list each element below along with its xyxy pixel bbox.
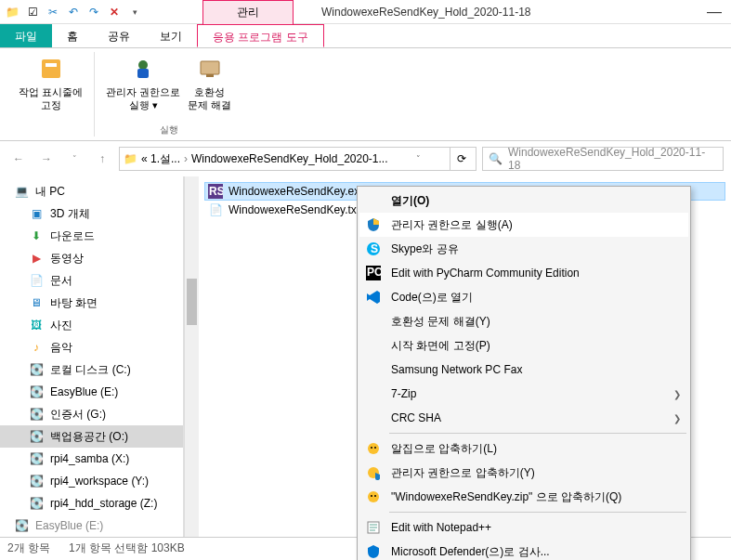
tree-this-pc[interactable]: 💻내 PC: [0, 180, 183, 202]
notepadpp-icon: [363, 518, 384, 537]
menu-vscode[interactable]: Code(으)로 열기: [359, 285, 688, 309]
tree-pictures[interactable]: 🖼사진: [0, 314, 183, 336]
tree-rpi4-workspace[interactable]: 💽rpi4_workspace (Y:): [0, 470, 183, 492]
undo-icon[interactable]: ↶: [65, 4, 82, 20]
compat-icon: [195, 54, 225, 84]
address-bar[interactable]: 📁 « 1.설... › WindowexeReSendKey_Hold_202…: [119, 147, 476, 171]
ribbon-content: 작업 표시줄에 고정 관리자 권한으로 실행 ▾ 호환성 문제 해결 실행: [0, 48, 731, 141]
txt-icon: 📄: [208, 202, 223, 217]
compat-button[interactable]: 호환성 문제 해결: [184, 52, 235, 114]
refresh-button[interactable]: ⟳: [450, 148, 472, 170]
menu-compat[interactable]: 호환성 문제 해결(Y): [359, 309, 688, 333]
svg-text:S: S: [371, 242, 378, 255]
menu-open[interactable]: 열기(O): [359, 189, 688, 213]
desktop-icon: 🖥: [28, 294, 45, 311]
alzip-icon: [363, 439, 384, 458]
ribbon-group-run: 관리자 권한으로 실행 ▾ 호환성 문제 해결 실행: [95, 52, 242, 137]
tree-downloads[interactable]: ⬇다운로드: [0, 225, 183, 247]
tree-videos[interactable]: ▶동영상: [0, 247, 183, 269]
alzip-admin-icon: [363, 463, 384, 482]
svg-rect-3: [137, 69, 149, 78]
tree-3d-objects[interactable]: ▣3D 개체: [0, 202, 183, 225]
forward-button[interactable]: →: [35, 148, 58, 170]
admin-shield-icon: [128, 54, 158, 84]
svg-point-12: [368, 443, 379, 454]
folder-icon: 📁: [124, 152, 137, 165]
svg-text:PC: PC: [367, 266, 381, 279]
minimize-button[interactable]: —: [707, 4, 731, 20]
title-bar: 📁 ☑ ✂ ↶ ↷ ✕ ▾ 관리 WindowexeReSendKey_Hold…: [0, 0, 731, 24]
ribbon-group-pin: 작업 표시줄에 고정: [7, 52, 95, 137]
submenu-arrow-icon: ❯: [673, 413, 681, 423]
redo-icon[interactable]: ↷: [85, 4, 102, 20]
checkbox-icon[interactable]: ☑: [24, 4, 41, 20]
tree-easyblue2[interactable]: 💽EasyBlue (E:): [0, 514, 183, 537]
cut-icon[interactable]: ✂: [45, 4, 61, 20]
menu-defender[interactable]: Microsoft Defender(으)로 검사...: [359, 540, 688, 560]
pycharm-icon: PC: [363, 264, 384, 282]
menu-admin-zip[interactable]: 관리자 권한으로 압축하기(Y): [359, 461, 688, 485]
address-dropdown[interactable]: ˅: [416, 154, 421, 163]
submenu-arrow-icon: ❯: [673, 389, 681, 399]
tab-home[interactable]: 홈: [52, 24, 93, 47]
tree-local-disk[interactable]: 💽로컬 디스크 (C:): [0, 358, 183, 381]
tree-scrollbar[interactable]: [184, 176, 199, 537]
run-admin-button[interactable]: 관리자 권한으로 실행 ▾: [102, 52, 184, 114]
dropdown-icon[interactable]: ▾: [126, 4, 143, 20]
menu-skype[interactable]: SSkype와 공유: [359, 237, 688, 261]
tree-cert[interactable]: 💽인증서 (G:): [0, 403, 183, 425]
menu-alzip[interactable]: 알집으로 압축하기(L): [359, 436, 688, 461]
svg-point-16: [368, 491, 379, 502]
tree-easyblue[interactable]: 💽EasyBlue (E:): [0, 381, 183, 403]
menu-separator: [389, 512, 686, 513]
tree-desktop[interactable]: 🖥바탕 화면: [0, 292, 183, 314]
menu-pin-start[interactable]: 시작 화면에 고정(P): [359, 333, 688, 358]
tree-backup[interactable]: 💽백업용공간 (O:): [0, 425, 183, 448]
tree-music[interactable]: ♪음악: [0, 336, 183, 358]
network-drive-icon: 💽: [28, 495, 45, 512]
pc-icon: 💻: [13, 183, 30, 200]
music-icon: ♪: [28, 339, 45, 356]
tab-view[interactable]: 보기: [145, 24, 197, 47]
pictures-icon: 🖼: [28, 317, 45, 333]
pin-taskbar-button[interactable]: 작업 표시줄에 고정: [15, 52, 86, 114]
tab-share[interactable]: 공유: [93, 24, 145, 47]
svg-rect-0: [42, 59, 60, 78]
svg-point-18: [374, 495, 376, 497]
objects3d-icon: ▣: [28, 205, 45, 222]
recent-dropdown[interactable]: ˅: [63, 148, 85, 170]
svg-point-17: [371, 495, 372, 497]
delete-icon[interactable]: ✕: [106, 4, 123, 20]
tab-app-tools[interactable]: 응용 프로그램 도구: [197, 24, 324, 47]
menu-notepadpp[interactable]: Edit with Notepad++: [359, 515, 688, 540]
search-box[interactable]: 🔍 WindowexeReSendKey_Hold_2020-11-18: [482, 147, 724, 171]
tab-file[interactable]: 파일: [0, 24, 52, 47]
menu-zip-as[interactable]: "WindowexeReSendKey.zip" 으로 압축하기(Q): [359, 485, 688, 509]
ribbon-tabs: 파일 홈 공유 보기 응용 프로그램 도구: [0, 24, 731, 48]
menu-pycharm[interactable]: PCEdit with PyCharm Community Edition: [359, 261, 688, 285]
menu-crc-sha[interactable]: CRC SHA❯: [359, 406, 688, 430]
menu-7zip[interactable]: 7-Zip❯: [359, 382, 688, 406]
menu-run-admin[interactable]: 관리자 권한으로 실행(A): [359, 213, 688, 237]
drive-icon: 💽: [28, 384, 45, 400]
tree-documents[interactable]: 📄문서: [0, 269, 183, 292]
ribbon-group-label: 실행: [160, 124, 178, 137]
quick-access-toolbar: 📁 ☑ ✂ ↶ ↷ ✕ ▾: [0, 4, 147, 20]
drive-icon: 💽: [28, 428, 45, 445]
breadcrumb[interactable]: « 1.설... › WindowexeReSendKey_Hold_2020-…: [141, 151, 388, 167]
shield-icon: [363, 215, 384, 234]
navigation-bar: ← → ˅ ↑ 📁 « 1.설... › WindowexeReSendKey_…: [0, 141, 731, 176]
status-selection: 1개 항목 선택함 103KB: [69, 540, 185, 556]
tree-rpi4-samba[interactable]: 💽rpi4_samba (X:): [0, 448, 183, 470]
skype-icon: S: [363, 240, 384, 258]
scroll-thumb[interactable]: [187, 279, 197, 325]
svg-point-2: [138, 60, 148, 70]
svg-rect-4: [201, 61, 219, 74]
tree-rpi4-hdd[interactable]: 💽rpi4_hdd_storage (Z:): [0, 492, 183, 514]
menu-samsung-fax[interactable]: Samsung Network PC Fax: [359, 358, 688, 382]
drive-icon: 💽: [28, 406, 45, 423]
up-button[interactable]: ↑: [91, 148, 113, 170]
pin-icon: [36, 54, 66, 84]
back-button[interactable]: ←: [7, 148, 30, 170]
documents-icon: 📄: [28, 272, 45, 289]
